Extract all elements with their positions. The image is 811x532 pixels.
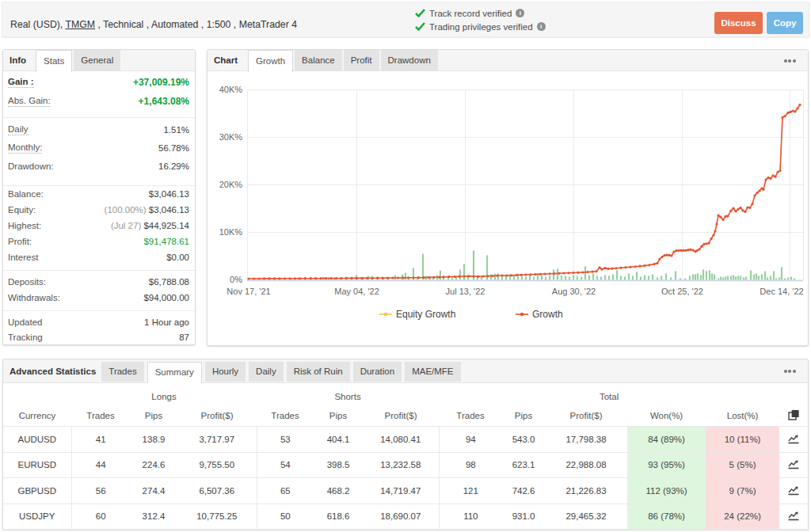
svg-text:10K%: 10K% xyxy=(219,227,243,237)
svg-text:0%: 0% xyxy=(230,275,242,284)
svg-text:Dec 14, '22: Dec 14, '22 xyxy=(760,287,803,296)
svg-text:20K%: 20K% xyxy=(219,180,243,189)
svg-text:May 04, '22: May 04, '22 xyxy=(334,287,379,296)
svg-text:Growth: Growth xyxy=(532,309,563,320)
svg-text:Nov 17, '21: Nov 17, '21 xyxy=(227,287,270,296)
svg-text:Aug 30, '22: Aug 30, '22 xyxy=(552,287,596,296)
svg-text:Equity Growth: Equity Growth xyxy=(396,309,455,320)
svg-text:40K%: 40K% xyxy=(219,85,243,94)
svg-text:30K%: 30K% xyxy=(219,132,243,142)
svg-text:Oct 25, '22: Oct 25, '22 xyxy=(661,287,703,296)
svg-text:Jul 13, '22: Jul 13, '22 xyxy=(446,287,485,296)
